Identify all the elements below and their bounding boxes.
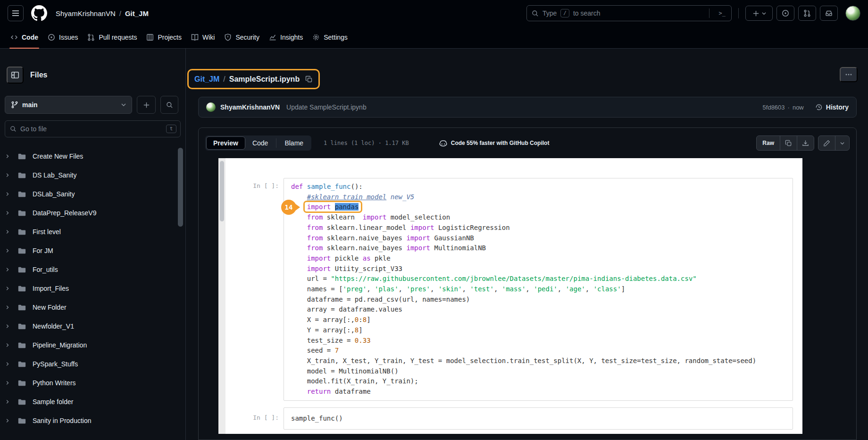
folder-icon	[18, 285, 26, 293]
branch-selector[interactable]: main	[5, 96, 132, 114]
tree-item[interactable]: Import_Files	[0, 279, 185, 298]
copy-path-icon[interactable]	[305, 76, 313, 83]
context-owner-link[interactable]: ShyamKrishnanVN	[56, 9, 116, 17]
tab-label: Insights	[280, 34, 303, 41]
tree-item-label: Newfolder_V1	[33, 322, 74, 330]
cell-input-area[interactable]: def sample_func(): #sklearn train model …	[284, 178, 793, 401]
raw-button-group: Raw	[756, 135, 814, 151]
edit-pencil-button[interactable]	[818, 136, 835, 150]
folder-icon	[18, 379, 26, 387]
chevron-right-icon	[5, 305, 12, 310]
tree-item[interactable]: Newfolder_V1	[0, 317, 185, 336]
go-to-file-input[interactable]: Go to file t	[5, 120, 181, 137]
tree-item[interactable]: New Folder	[0, 298, 185, 317]
commit-message[interactable]: Update SampleScript.ipynb	[286, 103, 367, 111]
tree-item[interactable]: Sample folder	[0, 392, 185, 411]
history-label: History	[826, 103, 849, 111]
context-repo-link[interactable]: Git_JM	[125, 9, 149, 17]
tree-item-label: DS Lab_Sanity	[33, 171, 76, 179]
chevron-right-icon	[5, 286, 12, 291]
raw-button[interactable]: Raw	[757, 136, 780, 150]
folder-icon	[18, 322, 26, 330]
search-placeholder-pre: Type	[542, 9, 557, 17]
chevron-right-icon	[5, 267, 12, 272]
tree-item-label: Import_Files	[33, 285, 69, 292]
issues-dashboard-button[interactable]	[776, 6, 794, 21]
chevron-right-icon	[5, 399, 12, 405]
tab-insights[interactable]: Insights	[264, 26, 308, 48]
code-line: X_train, X_test, Y_train, Y_test = model…	[291, 356, 785, 366]
create-new-button[interactable]	[745, 6, 773, 21]
folder-icon	[18, 152, 26, 161]
copilot-banner[interactable]: Code 55% faster with GitHub Copilot	[439, 139, 550, 147]
cell-input-area[interactable]: sample_func()	[284, 407, 793, 430]
tree-item[interactable]: For_utils	[0, 260, 185, 279]
tree-item[interactable]: DataPrep_ReleaseV9	[0, 203, 185, 222]
issue-opened-icon	[782, 9, 789, 17]
tab-code[interactable]: Code	[6, 26, 43, 48]
collapse-sidebar-button[interactable]	[7, 67, 24, 84]
tab-pull-requests[interactable]: Pull requests	[83, 26, 142, 48]
hamburger-menu-button[interactable]	[8, 5, 24, 21]
view-tab-code[interactable]: Code	[245, 136, 275, 150]
copy-file-button[interactable]	[780, 136, 797, 150]
sidebar-scrollbar-thumb[interactable]	[178, 148, 183, 227]
tree-item-label: Sample folder	[33, 398, 73, 406]
breadcrumb-repo-link[interactable]: Git_JM	[194, 75, 219, 84]
tab-issues[interactable]: Issues	[43, 26, 83, 48]
tree-item[interactable]: Python Writers	[0, 373, 185, 392]
commit-author-name[interactable]: ShyamKrishnanVN	[220, 103, 280, 111]
notebook-cell: In [ ]:sample_func()	[225, 407, 802, 430]
edit-dropdown-button[interactable]	[835, 136, 849, 150]
chevron-right-icon	[5, 153, 12, 159]
tab-settings[interactable]: Settings	[308, 26, 352, 48]
tree-item-label: DSLab_Sanity	[33, 190, 75, 198]
slash-key-hint: /	[560, 9, 569, 17]
copilot-terminal-button[interactable]: >_	[713, 6, 731, 21]
tree-item[interactable]: Create New Files	[0, 147, 185, 166]
inbox-button[interactable]	[820, 6, 838, 21]
pull-requests-dashboard-button[interactable]	[798, 6, 816, 21]
code-line: X = array[:,0:8]	[291, 315, 785, 325]
new-file-button[interactable]	[137, 96, 156, 114]
files-sidebar: Files main Go to file t Create New Files…	[0, 49, 186, 440]
file-tree: Create New FilesDS Lab_SanityDSLab_Sanit…	[0, 147, 185, 430]
file-content-container: PreviewCodeBlame 1 lines (1 loc) · 1.17 …	[198, 127, 857, 440]
history-button[interactable]: History	[815, 103, 849, 111]
tree-item[interactable]: Pipeline_Migration	[0, 336, 185, 355]
tab-wiki[interactable]: Wiki	[186, 26, 219, 48]
tab-security[interactable]: Security	[219, 26, 264, 48]
notebook-cells: In [ ]:def sample_func(): #sklearn train…	[225, 158, 802, 430]
chevron-right-icon	[5, 229, 12, 235]
code-line: test_size = 0.33	[291, 336, 785, 346]
search-divider	[709, 8, 709, 18]
panel-collapse-icon	[11, 71, 19, 79]
search-in-files-button[interactable]	[160, 96, 178, 114]
shield-icon	[224, 34, 232, 41]
view-tab-blame[interactable]: Blame	[277, 136, 310, 150]
notebook-scrollbar[interactable]	[218, 158, 225, 434]
files-title: Files	[30, 71, 47, 79]
notebook-scrollbar-thumb[interactable]	[220, 161, 224, 221]
segment-divider	[276, 138, 276, 148]
tree-item-label: Pipeline_Migration	[33, 341, 87, 349]
tree-item[interactable]: First level	[0, 222, 185, 241]
user-avatar[interactable]	[845, 6, 860, 21]
chevron-right-icon	[5, 191, 12, 197]
tree-item[interactable]: PySpark_Stuffs	[0, 355, 185, 373]
t-key-hint: t	[166, 125, 176, 133]
code-line: url = "https://raw.githubusercontent.com…	[291, 274, 785, 284]
tab-projects[interactable]: Projects	[142, 26, 186, 48]
tree-item[interactable]: Sanity in Production	[0, 411, 185, 430]
context-breadcrumb: ShyamKrishnanVN / Git_JM	[56, 9, 149, 17]
file-more-options-button[interactable]	[840, 67, 858, 82]
commit-sha-link[interactable]: 5fd8603	[763, 104, 785, 111]
commit-author-avatar[interactable]	[206, 102, 216, 112]
download-button[interactable]	[797, 136, 814, 150]
tree-item[interactable]: DS Lab_Sanity	[0, 166, 185, 185]
view-tab-preview[interactable]: Preview	[206, 136, 245, 150]
github-logo[interactable]	[31, 5, 47, 21]
tree-item[interactable]: DSLab_Sanity	[0, 185, 185, 203]
tree-item[interactable]: For JM	[0, 241, 185, 260]
global-search-input[interactable]: Type / to search >_	[526, 5, 732, 21]
